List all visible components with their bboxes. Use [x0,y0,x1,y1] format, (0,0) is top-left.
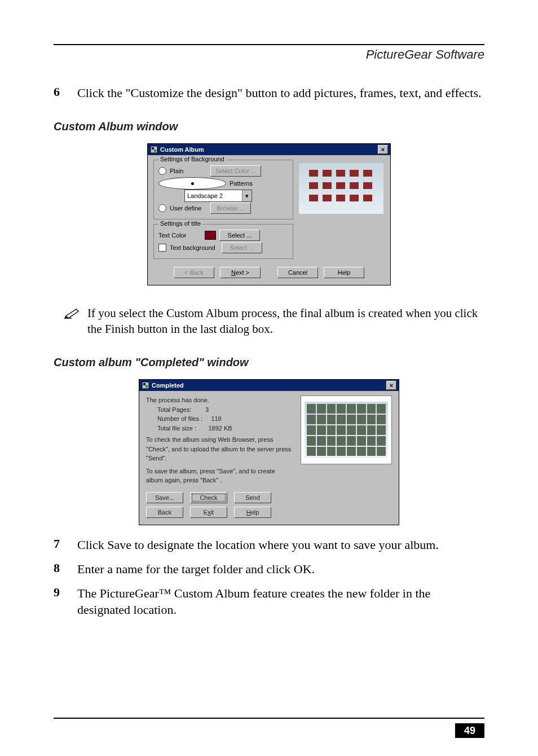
note-icon [64,306,81,319]
group-settings-of-title: Settings of title Text Color Select ... … [153,224,293,259]
note: If you select the Custom Album process, … [54,306,484,337]
process-done-text: The process has done. [146,395,293,405]
app-icon [142,381,149,389]
pattern-dropdown[interactable]: Landscape 2 ▾ [184,190,252,202]
preview-image [299,163,383,214]
pattern-dropdown-value: Landscape 2 [187,192,223,199]
num-files-label: Number of files : [157,415,202,422]
total-pages-value: 3 [205,406,209,413]
back-button[interactable]: Back [146,507,183,518]
row-patterns[interactable]: Patterns [158,177,288,190]
browse-button[interactable]: Browse ... [210,203,251,214]
select-text-bg-button[interactable]: Select ... [222,242,262,253]
dialog-completed: Completed × The process has done. Total … [139,379,399,525]
titlebar: Custom Album × [148,144,390,155]
svg-rect-2 [154,150,156,152]
label-plain: Plain [170,168,210,174]
row-user-define[interactable]: User define Browse ... [158,202,288,214]
step-number: 9 [54,585,65,618]
radio-patterns[interactable] [158,177,226,190]
completed-button-row-2: Back Exit Help [146,507,293,518]
header-rule [54,44,484,45]
back-button[interactable]: < Back [174,267,214,278]
help-button[interactable]: Help [234,507,271,518]
select-color-button[interactable]: Select Color ... [210,165,261,177]
titlebar-text: Custom Album [160,146,204,153]
send-button[interactable]: Send [234,492,271,503]
close-icon[interactable]: × [386,381,396,390]
wizard-button-row: < Back Next > Cancel Help [148,261,390,285]
total-pages-label: Total Pages: [157,406,192,413]
note-text: If you select the Custom Album process, … [87,306,484,337]
completed-paragraph-1: To check the album using Web Browser, pr… [146,435,293,463]
titlebar: Completed × [139,380,399,391]
svg-rect-1 [152,147,154,150]
screenshot-completed: Completed × The process has done. Total … [54,379,484,525]
total-size-label: Total file size : [157,425,196,432]
page-body: 6 Click the "Customize the design" butto… [54,85,484,626]
heading-custom-album-window: Custom Album window [54,120,484,133]
step-9: 9 The PictureGear™ Custom Album feature … [54,585,484,618]
step-6: 6 Click the "Customize the design" butto… [54,85,484,101]
total-size-value: 1892 KB [209,425,232,432]
step-7: 7 Click Save to designate the location w… [54,537,484,553]
titlebar-text: Completed [152,382,184,389]
next-button[interactable]: Next > [220,267,261,278]
completed-preview-panel [301,395,392,518]
label-patterns: Patterns [230,180,253,187]
cancel-button[interactable]: Cancel [277,267,318,278]
row-text-background[interactable]: Text background Select ... [158,241,288,254]
header-section-title: PictureGear Software [366,47,484,62]
row-plain[interactable]: Plain Select Color ... [158,165,288,177]
radio-user-define[interactable] [158,204,166,212]
group-title: Settings of Background [158,156,226,162]
page: PictureGear Software 6 Click the "Custom… [0,0,538,756]
label-text-background: Text background [170,244,222,251]
screenshot-custom-album: Custom Album × Settings of Background Pl… [54,143,484,285]
close-icon[interactable]: × [378,145,388,154]
completed-button-row-1: Save... Check Send [146,492,293,503]
footer-rule [54,718,484,719]
dialog-custom-album: Custom Album × Settings of Background Pl… [147,143,391,285]
num-files-value: 118 [211,415,221,422]
completed-paragraph-2: To save the album, press "Save", and to … [146,467,293,485]
row-text-color: Text Color Select ... [158,229,288,241]
group-settings-of-background: Settings of Background Plain Select Colo… [153,160,293,219]
svg-rect-5 [143,383,145,385]
step-text: The PictureGear™ Custom Album feature cr… [77,585,484,618]
completed-preview [301,395,392,464]
svg-rect-6 [145,385,148,388]
completed-left-panel: The process has done. Total Pages: 3 Num… [146,395,293,518]
exit-button[interactable]: Exit [190,507,227,518]
app-icon [150,146,158,153]
chevron-down-icon[interactable]: ▾ [242,190,252,201]
step-number: 8 [54,561,65,577]
page-number: 49 [455,723,484,738]
step-8: 8 Enter a name for the target folder and… [54,561,484,577]
step-number: 6 [54,85,65,101]
group-title: Settings of title [158,220,202,227]
step-text: Click the "Customize the design" button … [77,85,482,101]
preview-panel [299,155,390,261]
save-button[interactable]: Save... [146,492,183,503]
step-text: Click Save to designate the location whe… [77,537,439,553]
text-color-swatch [205,231,216,240]
radio-plain[interactable] [158,167,166,175]
thumbnail-grid [305,402,388,458]
label-text-color: Text Color [158,232,200,239]
select-text-color-button[interactable]: Select ... [219,230,260,241]
row-pattern-select: Landscape 2 ▾ [158,190,288,202]
step-number: 7 [54,537,65,553]
check-button[interactable]: Check [190,492,227,503]
checkbox-text-background[interactable] [158,244,166,252]
label-user-define: User define [170,205,210,212]
help-button[interactable]: Help [324,267,364,278]
heading-completed-window: Custom album "Completed" window [54,356,484,369]
step-text: Enter a name for the target folder and c… [77,561,315,577]
